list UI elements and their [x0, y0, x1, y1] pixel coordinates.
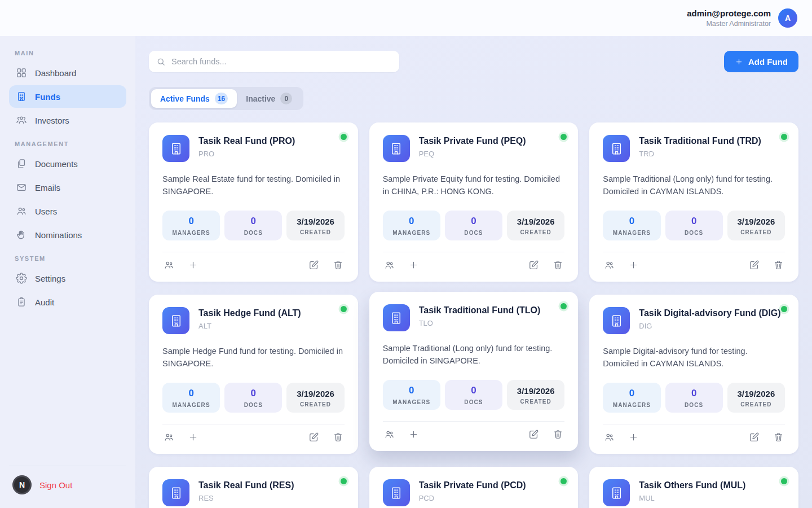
sidebar: MAINDashboardFundsInvestorsMANAGEMENTDoc…	[0, 36, 135, 508]
created-value: 3/19/2026	[288, 216, 343, 226]
edit-button[interactable]	[308, 432, 319, 443]
tab-inactive[interactable]: Inactive 0	[237, 89, 301, 108]
fund-card[interactable]: Tasik Private Fund (PCD) PCD	[369, 467, 579, 508]
docs-value: 0	[226, 216, 281, 227]
fund-card[interactable]: Tasik Real Fund (PRO) PRO Sample Real Es…	[149, 122, 358, 282]
sidebar-item-nominations[interactable]: Nominations	[9, 224, 126, 246]
created-label: CREATED	[729, 401, 784, 408]
building-icon	[16, 91, 27, 102]
add-button[interactable]	[188, 432, 198, 443]
manage-users-button[interactable]	[164, 432, 174, 443]
manage-users-button[interactable]	[164, 260, 174, 270]
docs-value: 0	[446, 216, 501, 227]
created-stat: 3/19/2026 CREATED	[507, 211, 564, 240]
docs-label: DOCS	[226, 402, 281, 408]
sidebar-section-label: SYSTEM	[15, 255, 121, 262]
managers-stat: 0 MANAGERS	[603, 211, 660, 240]
plus-icon	[188, 432, 198, 443]
managers-value: 0	[384, 385, 439, 396]
sign-out-button[interactable]: Sign Out	[39, 480, 72, 490]
managers-value: 0	[384, 216, 439, 227]
managers-label: MANAGERS	[164, 402, 219, 408]
manage-users-button[interactable]	[384, 429, 395, 440]
docs-stat: 0 DOCS	[665, 383, 723, 413]
sidebar-item-emails[interactable]: Emails	[9, 176, 126, 199]
sidebar-item-audit[interactable]: Audit	[9, 291, 126, 313]
docs-value: 0	[446, 385, 501, 396]
manage-users-button[interactable]	[604, 432, 615, 443]
docs-stat: 0 DOCS	[224, 211, 282, 240]
sidebar-item-label: Users	[35, 207, 57, 216]
search-input[interactable]	[171, 57, 392, 66]
fund-card[interactable]: Tasik Traditional Fund (TLO) TLO Sample …	[369, 292, 579, 451]
created-value: 3/19/2026	[508, 216, 563, 226]
fund-card-footer	[603, 252, 785, 278]
sidebar-item-funds[interactable]: Funds	[9, 85, 126, 108]
sidebar-item-label: Nominations	[35, 230, 82, 240]
manage-users-button[interactable]	[604, 260, 615, 270]
fund-building-icon	[383, 304, 410, 331]
fund-card-head: Tasik Real Fund (PRO) PRO	[162, 135, 345, 162]
users-icon	[16, 205, 27, 217]
edit-icon	[528, 429, 539, 440]
fund-card-head: Tasik Others Fund (MUL) MUL	[603, 479, 785, 506]
add-button[interactable]	[188, 260, 198, 270]
sidebar-item-label: Funds	[35, 92, 60, 102]
sidebar-item-investors[interactable]: Investors	[9, 109, 126, 132]
delete-button[interactable]	[553, 260, 563, 270]
fund-stats: 0 MANAGERS 0 DOCS 3/19/2026 CREATED	[383, 211, 565, 240]
add-button[interactable]	[628, 260, 639, 270]
status-dot	[341, 134, 347, 140]
fund-card[interactable]: Tasik Digital-advisory Fund (DIG) DIG Sa…	[589, 295, 798, 454]
user-box[interactable]: admin@protege.com Master Administrator A	[687, 8, 797, 28]
delete-button[interactable]	[333, 260, 343, 270]
edit-button[interactable]	[308, 260, 319, 270]
docs-value: 0	[667, 388, 722, 399]
clipboard-icon	[16, 296, 27, 308]
sidebar-item-label: Dashboard	[35, 68, 76, 78]
user-avatar[interactable]: A	[778, 8, 797, 28]
fund-stats: 0 MANAGERS 0 DOCS 3/19/2026 CREATED	[603, 383, 785, 413]
delete-button[interactable]	[333, 432, 343, 443]
search-box[interactable]	[149, 51, 399, 72]
fund-card[interactable]: Tasik Others Fund (MUL) MUL	[589, 467, 798, 508]
edit-button[interactable]	[528, 260, 539, 270]
managers-stat: 0 MANAGERS	[162, 383, 220, 413]
edit-button[interactable]	[749, 260, 760, 270]
delete-button[interactable]	[773, 432, 784, 443]
sidebar-item-settings[interactable]: Settings	[9, 267, 126, 290]
edit-icon	[308, 432, 319, 443]
created-stat: 3/19/2026 CREATED	[286, 211, 344, 240]
delete-button[interactable]	[553, 429, 563, 440]
plus-icon	[735, 58, 743, 66]
add-button[interactable]	[408, 260, 419, 270]
edit-button[interactable]	[749, 432, 760, 443]
trash-icon	[553, 429, 563, 440]
manage-users-button[interactable]	[384, 260, 395, 270]
fund-title: Tasik Digital-advisory Fund (DIG)	[639, 308, 782, 318]
add-button[interactable]	[628, 432, 639, 443]
docs-label: DOCS	[446, 399, 501, 405]
delete-button[interactable]	[773, 260, 784, 270]
add-fund-button[interactable]: Add Fund	[724, 51, 798, 72]
tab-active-funds[interactable]: Active Funds 16	[151, 89, 237, 108]
fund-card-footer	[603, 424, 785, 450]
fund-card[interactable]: Tasik Traditional Fund (TRD) TRD Sample …	[589, 122, 798, 282]
fund-card[interactable]: Tasik Hedge Fund (ALT) ALT Sample Hedge …	[149, 295, 358, 454]
top-header: admin@protege.com Master Administrator A	[0, 0, 812, 36]
managers-value: 0	[164, 388, 219, 399]
add-button[interactable]	[408, 429, 419, 440]
sidebar-item-documents[interactable]: Documents	[9, 152, 126, 175]
fund-card[interactable]: Tasik Real Fund (RES) RES	[149, 467, 358, 508]
fund-card[interactable]: Tasik Private Fund (PEQ) PEQ Sample Priv…	[369, 122, 579, 282]
fund-title: Tasik Traditional Fund (TLO)	[419, 305, 562, 316]
managers-label: MANAGERS	[604, 402, 659, 408]
created-label: CREATED	[508, 398, 563, 405]
fund-card-footer	[383, 252, 565, 278]
managers-stat: 0 MANAGERS	[162, 211, 220, 240]
sidebar-item-users[interactable]: Users	[9, 200, 126, 222]
users-icon	[384, 260, 395, 270]
sidebar-item-label: Investors	[35, 116, 69, 125]
sidebar-item-dashboard[interactable]: Dashboard	[9, 62, 126, 84]
edit-button[interactable]	[528, 429, 539, 440]
